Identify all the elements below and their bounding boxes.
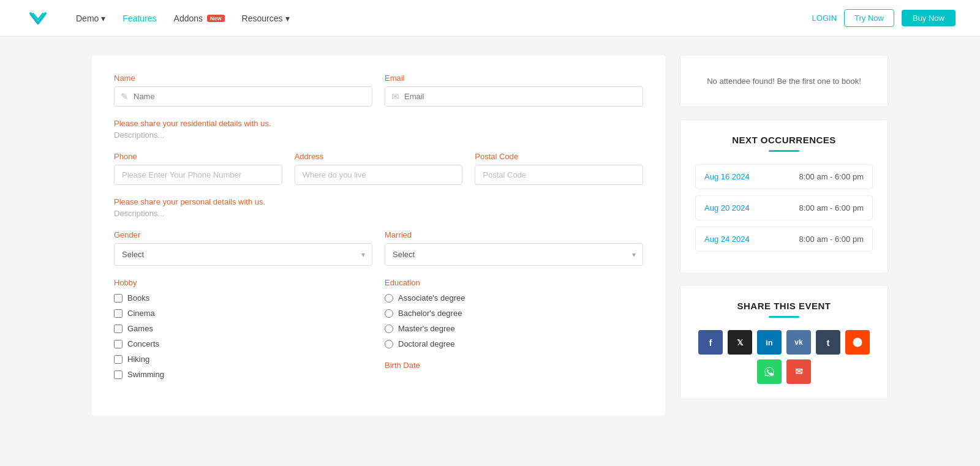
try-now-button[interactable]: Try Now — [844, 9, 894, 27]
hobby-hiking-label: Hiking — [127, 355, 149, 364]
hobby-swimming-checkbox[interactable] — [114, 370, 123, 379]
next-occurrences-title: NEXT OCCURRENCES — [695, 135, 873, 145]
title-underline — [769, 150, 799, 152]
login-button[interactable]: LOGIN — [812, 13, 837, 23]
hobby-cinema-checkbox[interactable] — [114, 309, 123, 318]
page-layout: Name ✎ Email ✉ Please share your residen… — [80, 37, 900, 434]
married-label: Married — [385, 230, 643, 239]
gender-group: Gender Select Male Female Other ▾ — [114, 230, 372, 266]
edu-master-radio[interactable] — [385, 325, 393, 333]
email-label: Email — [385, 73, 643, 83]
share-reddit-button[interactable] — [845, 330, 870, 355]
next-occurrences-card: NEXT OCCURRENCES Aug 16 2024 8:00 am - 6… — [680, 119, 888, 273]
hobby-concerts-label: Concerts — [127, 339, 159, 348]
share-vk-button[interactable]: vk — [786, 330, 811, 355]
edu-bachelor: Bachelor's degree — [385, 309, 643, 318]
edu-bachelor-radio[interactable] — [385, 309, 393, 318]
residential-note: Please share your residential details wi… — [114, 119, 643, 128]
edu-associate-radio[interactable] — [385, 294, 393, 303]
share-email-button[interactable]: ✉ — [786, 359, 811, 384]
edu-doctoral: Doctoral degree — [385, 339, 643, 348]
hobby-concerts-checkbox[interactable] — [114, 340, 123, 348]
occurrence-1-date: Aug 16 2024 — [704, 172, 750, 181]
hobby-swimming-label: Swimming — [127, 370, 164, 379]
hobby-hiking-checkbox[interactable] — [114, 355, 123, 364]
address-label: Address — [295, 152, 463, 161]
edu-doctoral-radio[interactable] — [385, 340, 393, 348]
share-tumblr-button[interactable]: t — [816, 330, 840, 355]
no-attendee-card: No attendee found! Be the first one to b… — [680, 55, 888, 107]
occurrence-3-time: 8:00 am - 6:00 pm — [799, 235, 864, 244]
nav-addons[interactable]: Addons New — [174, 13, 225, 23]
logo — [24, 5, 51, 32]
share-icons-row1: f 𝕏 in vk t — [695, 330, 873, 355]
married-select[interactable]: Select Yes No — [385, 243, 643, 266]
postal-label: Postal Code — [475, 152, 643, 161]
nav-demo[interactable]: Demo ▾ — [76, 13, 105, 23]
gender-select[interactable]: Select Male Female Other — [114, 243, 372, 266]
name-input[interactable] — [134, 87, 366, 106]
nav-resources[interactable]: Resources ▾ — [242, 13, 290, 23]
hobby-books-checkbox[interactable] — [114, 294, 123, 303]
sidebar: No attendee found! Be the first one to b… — [680, 55, 888, 416]
postal-input[interactable] — [475, 165, 643, 185]
personal-desc[interactable]: Descriptions... — [114, 209, 643, 218]
chevron-icon: ▾ — [285, 13, 290, 23]
residential-desc[interactable]: Descriptions... — [114, 130, 643, 140]
chevron-icon: ▾ — [101, 13, 105, 23]
edu-master-label: Master's degree — [398, 324, 455, 333]
hobby-concerts: Concerts — [114, 339, 372, 348]
email-input-wrapper: ✉ — [385, 86, 643, 107]
hobby-education-row: Hobby Books Cinema Games Concerts — [114, 278, 643, 385]
occurrence-3: Aug 24 2024 8:00 am - 6:00 pm — [695, 227, 873, 252]
hobby-books-label: Books — [127, 293, 149, 303]
gender-select-wrapper: Select Male Female Other ▾ — [114, 243, 372, 266]
gender-label: Gender — [114, 230, 372, 239]
share-facebook-button[interactable]: f — [698, 330, 723, 355]
address-group: Address — [295, 152, 463, 185]
hobby-games-checkbox[interactable] — [114, 325, 123, 333]
nav-features[interactable]: Features — [123, 13, 156, 23]
edu-doctoral-label: Doctoral degree — [398, 339, 455, 348]
occurrence-1-time: 8:00 am - 6:00 pm — [799, 172, 864, 181]
edu-bachelor-label: Bachelor's degree — [398, 309, 462, 318]
nav-right: LOGIN Try Now Buy Now — [812, 9, 956, 27]
hobby-cinema: Cinema — [114, 309, 372, 318]
buy-now-button[interactable]: Buy Now — [902, 10, 956, 26]
share-title: SHARE THIS EVENT — [695, 301, 873, 311]
occurrence-2-time: 8:00 am - 6:00 pm — [799, 203, 864, 212]
name-label: Name — [114, 73, 372, 83]
hobby-col: Hobby Books Cinema Games Concerts — [114, 278, 372, 385]
phone-label: Phone — [114, 152, 282, 161]
hobby-games-label: Games — [127, 324, 153, 333]
share-x-button[interactable]: 𝕏 — [728, 330, 752, 355]
hobby-hiking: Hiking — [114, 355, 372, 364]
share-whatsapp-button[interactable] — [757, 359, 782, 384]
gender-married-row: Gender Select Male Female Other ▾ Marrie… — [114, 230, 643, 266]
birth-date-label: Birth Date — [385, 361, 643, 370]
email-group: Email ✉ — [385, 73, 643, 107]
hobby-books: Books — [114, 293, 372, 303]
nav-links: Demo ▾ Features Addons New Resources ▾ — [76, 13, 812, 23]
share-linkedin-button[interactable]: in — [757, 330, 782, 355]
occurrence-1: Aug 16 2024 8:00 am - 6:00 pm — [695, 164, 873, 189]
married-select-wrapper: Select Yes No ▾ — [385, 243, 643, 266]
occurrence-2: Aug 20 2024 8:00 am - 6:00 pm — [695, 195, 873, 220]
edu-master: Master's degree — [385, 324, 643, 333]
share-underline — [769, 316, 799, 318]
hobby-swimming: Swimming — [114, 370, 372, 379]
phone-group: Phone — [114, 152, 282, 185]
personal-note: Please share your personal details with … — [114, 197, 643, 206]
addons-badge: New — [207, 15, 225, 22]
email-input[interactable] — [404, 87, 636, 106]
address-input[interactable] — [295, 165, 463, 185]
no-attendee-text: No attendee found! Be the first one to b… — [695, 70, 873, 92]
user-icon: ✎ — [121, 91, 129, 102]
name-group: Name ✎ — [114, 73, 372, 107]
main-form: Name ✎ Email ✉ Please share your residen… — [92, 55, 665, 416]
hobby-games: Games — [114, 324, 372, 333]
share-icons-row2: ✉ — [695, 359, 873, 384]
education-label: Education — [385, 278, 643, 287]
phone-input[interactable] — [114, 165, 282, 185]
phone-address-row: Phone Address Postal Code — [114, 152, 643, 185]
